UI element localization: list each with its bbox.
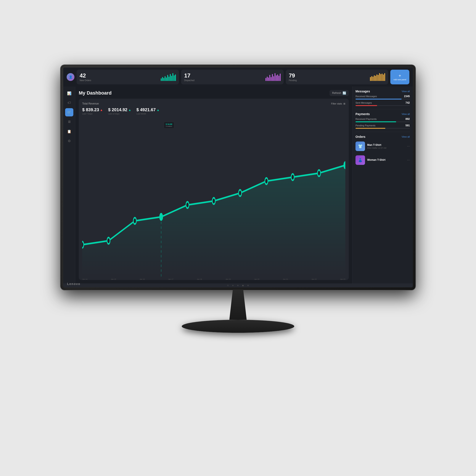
metric-indicator-last14: ▲ xyxy=(128,108,131,112)
sidebar-item-docs[interactable]: 📋 xyxy=(65,127,73,136)
stat-card-new-orders: 42 New Orders xyxy=(77,70,179,84)
metric-value-lastmonth: $ 4921.67 xyxy=(136,107,156,112)
svg-point-8 xyxy=(291,174,294,180)
order-name-woman-tshirt: Woman T-Shirt xyxy=(367,158,405,161)
top-bar: 👤 42 New Orders xyxy=(63,68,413,86)
chart-label-jan23: Jan 23 xyxy=(340,278,345,280)
revenue-header: Total Revenue Filter stats ⊞ xyxy=(82,102,345,105)
lenovo-brand: Lenovo xyxy=(67,282,81,286)
order-item-man-tshirt: 👕 Man T-Shirt Elton Møller 12:37 AM ··· xyxy=(356,140,410,152)
mini-chart-new-orders xyxy=(161,73,176,81)
chart-label-jan20: Jan 20 xyxy=(254,278,259,280)
messages-section: Messages View all Received Messages 2345 xyxy=(356,90,410,106)
received-messages-label: Received Messages xyxy=(356,95,377,98)
refresh-icon: 🔄 xyxy=(342,91,346,95)
page-title: My Dashboard xyxy=(79,90,112,96)
chart-label-jan21: Jan 21 xyxy=(283,278,288,280)
monitor-neck xyxy=(229,289,247,320)
right-panel: Messages View all Received Messages 2345 xyxy=(352,86,413,283)
received-messages-value: 2345 xyxy=(404,95,410,98)
messages-header: Messages View all xyxy=(356,90,410,93)
bottom-icon-2: ⊕ xyxy=(232,285,234,287)
pending-payments-item: Pending Payments 591 xyxy=(356,124,410,129)
refresh-button[interactable]: Refresh 🔄 xyxy=(329,90,349,96)
orders-title: Orders xyxy=(356,135,365,138)
dashboard-header: My Dashboard Refresh 🔄 xyxy=(79,90,349,96)
chart-tooltip: $ 34.88 3 orders xyxy=(164,122,174,129)
mini-chart-dispatched xyxy=(266,73,281,81)
order-sub-man-tshirt: Elton Møller 12:37 AM xyxy=(367,147,405,149)
stat-label-dispatched: Dispached xyxy=(184,79,194,82)
metric-indicator-lastmonth: ▲ xyxy=(157,108,160,112)
sent-messages-value: 742 xyxy=(406,101,410,104)
revenue-metrics: $ 839.23 ▲ Last 7 Days $ 2014.92 ▲ xyxy=(82,107,345,115)
received-payments-bar-fill xyxy=(356,121,396,122)
plus-icon: + xyxy=(399,74,401,78)
svg-point-7 xyxy=(265,178,268,184)
order-info-woman-tshirt: Woman T-Shirt xyxy=(367,158,405,162)
orders-view-all[interactable]: View all xyxy=(402,136,410,138)
mini-chart-pending xyxy=(370,73,385,81)
chart-label-jan19: Jan 19 xyxy=(225,278,231,280)
dashboard-main: My Dashboard Refresh 🔄 Total Revenue Fil… xyxy=(75,86,352,283)
received-payments-value: 892 xyxy=(406,118,410,120)
pending-payments-bar-bg xyxy=(356,128,410,129)
received-payments-item: Received Payments 892 xyxy=(356,118,410,122)
sidebar-item-chart[interactable]: 📊 xyxy=(65,89,73,97)
bottom-icon-4: ▣ xyxy=(242,285,244,287)
svg-point-6 xyxy=(239,190,242,196)
sidebar-item-settings[interactable]: ⚙ xyxy=(65,137,73,145)
bottom-icon-5: ⊞ xyxy=(247,285,249,287)
svg-point-9 xyxy=(317,170,321,176)
monitor-bottom-bar: ⊡ ⊕ ⊗ ▣ ⊞ xyxy=(63,283,413,287)
pending-payments-label: Pending Payments xyxy=(356,124,375,127)
bottom-icon-1: ⊡ xyxy=(227,285,229,287)
stat-number-new-orders: 42 xyxy=(80,73,91,78)
stat-card-dispatched: 17 Dispached xyxy=(181,70,283,84)
filter-icon: ⊞ xyxy=(343,102,345,105)
order-more-woman-tshirt[interactable]: ··· xyxy=(407,158,410,162)
metric-last14: $ 2014.92 ▲ Last 14 Days xyxy=(108,107,131,115)
revenue-title: Total Revenue xyxy=(82,102,99,105)
chart-x-labels: Jan 14 Jan 15 Jan 16 Jan 17 Jan 18 Jan 1… xyxy=(82,277,345,280)
orders-section: Orders View all 👕 Man T-Shirt Elton Møll… xyxy=(356,135,410,166)
metric-lastmonth: $ 4921.67 ▲ Last Month xyxy=(136,107,160,115)
sent-messages-bar-fill xyxy=(356,105,377,106)
metric-label-lastmonth: Last Month xyxy=(136,113,160,115)
chart-label-jan22: Jan 22 xyxy=(312,278,317,280)
sent-messages-item: Sent Messages 742 xyxy=(356,101,410,106)
messages-view-all[interactable]: View all xyxy=(402,90,410,93)
received-messages-item: Received Messages 2345 xyxy=(356,95,410,100)
monitor-base xyxy=(182,320,294,333)
screen-content: 👤 42 New Orders xyxy=(63,68,413,287)
order-item-woman-tshirt: 👗 Woman T-Shirt ··· xyxy=(356,154,410,166)
svg-point-0 xyxy=(82,241,84,248)
stat-card-pending: 79 Pending xyxy=(286,70,388,84)
divider-2 xyxy=(356,132,410,132)
received-messages-bar-bg xyxy=(356,99,410,100)
tooltip-value: $ 34.88 xyxy=(166,123,172,125)
main-area: 📊 🏷 🛒 🖥 📋 ⚙ My Dashboard Refresh xyxy=(63,86,413,283)
sidebar-item-cart[interactable]: 🛒 xyxy=(65,108,73,116)
payments-header: Payments View all xyxy=(356,112,410,116)
received-payments-bar-bg xyxy=(356,121,410,122)
chart-label-jan14: Jan 14 xyxy=(82,278,87,280)
svg-point-2 xyxy=(133,218,136,224)
add-panel-button[interactable]: + Add new panel xyxy=(390,70,409,84)
orders-header: Orders View all xyxy=(356,135,410,138)
received-messages-bar-fill xyxy=(356,99,402,100)
payments-view-all[interactable]: View all xyxy=(402,113,410,115)
revenue-card: Total Revenue Filter stats ⊞ $ 839.23 xyxy=(79,99,349,280)
sidebar-item-tag[interactable]: 🏷 xyxy=(65,99,73,107)
payments-title: Payments xyxy=(356,112,370,116)
chart-label-jan18: Jan 18 xyxy=(197,278,202,280)
monitor-wrapper: 👤 42 New Orders xyxy=(54,65,422,411)
sidebar-item-monitor[interactable]: 🖥 xyxy=(65,118,73,126)
filter-stats-button[interactable]: Filter stats ⊞ xyxy=(331,102,345,105)
order-more-man-tshirt[interactable]: ··· xyxy=(407,144,410,148)
add-panel-label: Add new panel xyxy=(393,79,406,81)
sent-messages-bar-bg xyxy=(356,105,410,106)
avatar: 👤 xyxy=(67,73,74,81)
metric-label-last7: Last 7 Days xyxy=(82,113,103,115)
received-payments-label: Received Payments xyxy=(356,118,377,120)
